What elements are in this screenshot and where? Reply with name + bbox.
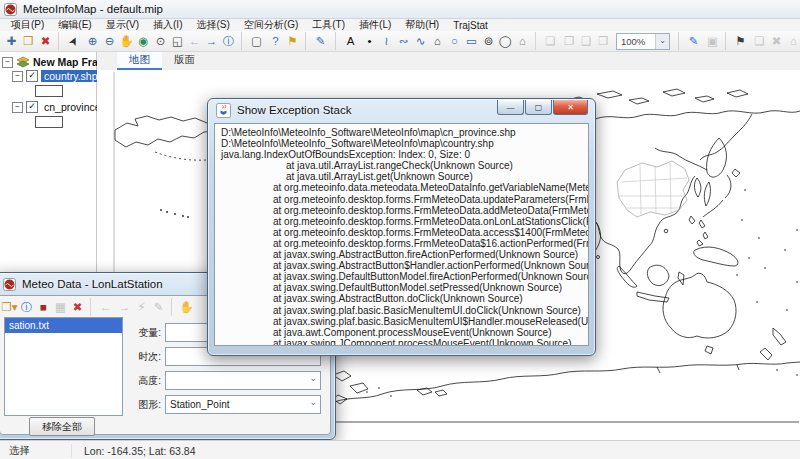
toolbar-button-icon: ❐▾ <box>1 299 17 316</box>
toolbar-button-icon: ✖ <box>41 33 51 50</box>
toolbar-button-icon: ◱ <box>172 33 183 50</box>
country.shp: − ✓ country.shp <box>2 69 96 97</box>
legend-swatch[interactable] <box>35 116 63 128</box>
toolbar-button-icon: ▣ <box>707 33 718 50</box>
menu-item[interactable]: 插件(L) <box>352 18 398 32</box>
new-rectangle-button[interactable]: ▭ <box>463 32 480 50</box>
tab-map[interactable]: 地图 <box>117 52 162 70</box>
menu-item[interactable]: 项目(P) <box>4 18 51 32</box>
collapse-toggle[interactable]: − <box>2 57 13 68</box>
tab-layout[interactable]: 版面 <box>162 52 207 70</box>
toolbar-button-icon: ✖ <box>772 33 782 50</box>
maximize-button[interactable]: ▢ <box>525 100 552 115</box>
select-tool-button[interactable]: ➤ <box>58 32 84 50</box>
layer-checkbox[interactable]: ✓ <box>26 101 38 113</box>
chevron-down-icon[interactable]: ⌄ <box>655 34 669 49</box>
zoom-in-tool-button[interactable]: ⊕ <box>84 32 101 50</box>
chevron-down-icon[interactable]: ⌄ <box>309 373 317 383</box>
new-ellipse-button[interactable]: ○ <box>446 32 463 50</box>
form-label: 时次: <box>127 350 161 364</box>
zoom-to-layer-button[interactable]: ⊙ <box>152 32 169 50</box>
zoom-to-extent-button[interactable]: ◱ <box>169 32 186 50</box>
new-project-button[interactable]: ✚ <box>3 32 20 50</box>
help-button[interactable]: ? <box>267 32 284 50</box>
remove-all-button[interactable]: 移除全部 <box>29 417 95 436</box>
combo-value: Station_Point <box>166 399 230 410</box>
toolbar-button-icon: ∾ <box>399 33 409 50</box>
stop-button: ✋ <box>171 298 197 316</box>
remove-data-button[interactable]: ✖ <box>69 298 86 316</box>
zoom-previous-button[interactable]: ← <box>186 32 203 50</box>
flag-button[interactable]: ⚑ <box>725 32 751 50</box>
exception-dialog-title: Show Exception Stack <box>237 104 351 116</box>
graph-row: 图形: Station_Point ⌄ <box>127 396 321 413</box>
toolbar-button-icon: ⊖ <box>105 33 115 50</box>
menu-item[interactable]: 选择(S) <box>189 18 236 32</box>
form-label: 变量: <box>127 326 161 340</box>
map-edit-start-button[interactable]: ✎ <box>678 32 704 50</box>
toolbar-button-icon: ◉ <box>138 33 148 50</box>
collapse-toggle[interactable]: − <box>12 102 23 113</box>
open-project-button[interactable]: ❐ <box>20 32 37 50</box>
layer-row[interactable]: − ✓ cn_province.shp <box>2 100 96 114</box>
layer-row[interactable]: − ✓ country.shp <box>2 69 96 83</box>
layers-icon <box>16 56 30 68</box>
new-polygon-button[interactable]: ⌂ <box>429 32 446 50</box>
data-file-item[interactable]: sation.txt <box>5 318 122 333</box>
draw-button: ✎ <box>150 298 167 316</box>
legend-swatch[interactable] <box>35 85 63 97</box>
map-frame-node[interactable]: − New Map Frame <box>2 55 96 69</box>
stack-trace-line: at org.meteoinfo.desktop.forms.FrmMeteoD… <box>215 216 588 227</box>
new-polyline-button[interactable]: ≀ <box>378 32 395 50</box>
minimize-button[interactable]: — <box>497 100 524 115</box>
menu-item[interactable]: 工具(T) <box>305 18 352 32</box>
combo-box[interactable]: ⌄ <box>165 371 321 390</box>
menu-item[interactable]: 显示(V) <box>99 18 146 32</box>
menu-item[interactable]: 帮助(H) <box>398 18 446 32</box>
select-feature-button[interactable]: ▢ <box>241 32 267 50</box>
open-data-button[interactable]: ❐▾ <box>1 298 18 316</box>
pan-tool-button[interactable]: ✋ <box>118 32 135 50</box>
combo-box[interactable]: Station_Point ⌄ <box>165 395 321 414</box>
collapse-toggle[interactable]: − <box>12 71 23 82</box>
meteo-data-button[interactable]: ■ <box>35 298 52 316</box>
stack-trace-line: at javax.swing.JComponent.processMouseEv… <box>215 338 588 346</box>
toolbar-button-icon: ? <box>272 33 278 50</box>
label-button[interactable]: ⚑ <box>284 32 301 50</box>
toolbar-button-icon: ⚑ <box>735 33 745 50</box>
menu-item[interactable]: 编辑(E) <box>51 18 98 32</box>
toolbar-button-icon: A <box>347 33 355 50</box>
new-wide-ellipse-button[interactable]: ◯ <box>497 32 514 50</box>
new-freehand-button[interactable]: ∾ <box>395 32 412 50</box>
new-point-button[interactable]: • <box>361 32 378 50</box>
toolbar-button-icon: ✎ <box>316 33 326 50</box>
new-curve-button[interactable]: ∿ <box>412 32 429 50</box>
layout-zoom-in-button: ❐ <box>561 32 578 50</box>
toolbar-button-icon: ❒ <box>598 33 608 50</box>
remove-button[interactable]: ✖ <box>37 32 54 50</box>
layout-zoom-combo[interactable]: 100% ⌄ <box>616 33 670 50</box>
zoom-next-button[interactable]: → <box>203 32 220 50</box>
layer-checkbox[interactable]: ✓ <box>26 70 38 82</box>
stack-trace-line: at javax.swing.AbstractButton$Handler.ac… <box>215 260 588 271</box>
app-icon <box>4 3 17 16</box>
new-circle-button[interactable]: ⊚ <box>480 32 497 50</box>
chevron-down-icon[interactable]: ⌄ <box>309 397 317 407</box>
new-curve-polygon-button[interactable]: ⌂ <box>514 32 531 50</box>
close-button[interactable]: ✕ <box>553 100 588 115</box>
zoom-out-tool-button[interactable]: ⊖ <box>101 32 118 50</box>
toolbar-button-icon: ∿ <box>416 33 426 50</box>
data-file-list[interactable]: sation.txt <box>4 317 123 416</box>
full-extent-button[interactable]: ◉ <box>135 32 152 50</box>
edit-layer-button[interactable]: ✎ <box>305 32 331 50</box>
toolbar-button-icon: → <box>119 299 131 316</box>
new-label-button[interactable]: A <box>335 32 361 50</box>
stack-trace-panel[interactable]: D:\MeteoInfo\MeteoInfo_Software\MeteoInf… <box>214 123 589 346</box>
identify-button[interactable]: ⓘ <box>220 32 237 50</box>
layer-name[interactable]: country.shp <box>41 70 101 82</box>
menu-item[interactable]: 插入(I) <box>146 18 189 32</box>
data-info-button[interactable]: ⓘ <box>18 298 35 316</box>
menu-item[interactable]: 空间分析(G) <box>237 18 305 32</box>
menu-item[interactable]: TrajStat <box>446 20 495 31</box>
stack-trace-line: at javax.swing.AbstractButton.fireAction… <box>215 249 588 260</box>
